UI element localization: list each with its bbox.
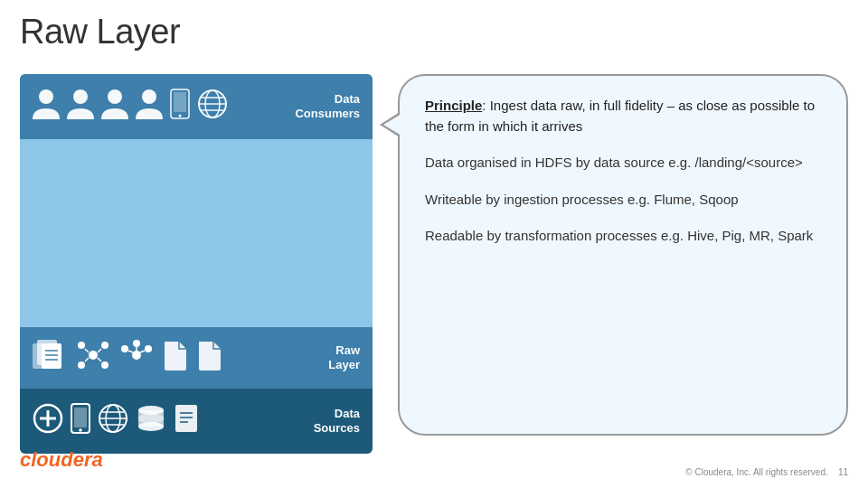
mobile-source-icon <box>71 403 90 440</box>
svg-point-1 <box>73 89 88 104</box>
svg-point-19 <box>78 342 85 349</box>
sources-label: Data Sources <box>314 407 360 435</box>
svg-line-26 <box>98 358 101 361</box>
svg-point-6 <box>179 114 182 117</box>
info-point-2: Writeable by ingestion processes e.g. Fl… <box>425 190 821 211</box>
person-icon-1 <box>33 89 60 126</box>
svg-rect-14 <box>42 343 61 369</box>
svg-point-30 <box>133 340 140 347</box>
mobile-icon <box>170 89 190 126</box>
svg-point-21 <box>78 361 85 369</box>
database-icon <box>136 403 166 440</box>
raw-icons-group <box>33 340 222 376</box>
doc-source-icon <box>174 403 199 440</box>
page-number: 11 <box>838 467 848 477</box>
consumer-icons-group <box>33 89 228 126</box>
svg-point-3 <box>142 89 156 104</box>
svg-point-28 <box>121 345 128 352</box>
network-icon-2 <box>119 340 154 376</box>
globe-source-icon <box>98 403 128 440</box>
svg-line-24 <box>98 349 101 352</box>
svg-point-39 <box>79 428 82 432</box>
data-sources-row: Data Sources <box>20 389 373 454</box>
left-panel: Data Consumers <box>20 74 373 454</box>
raw-layer-row: Raw Layer <box>20 327 373 389</box>
svg-point-2 <box>108 89 122 104</box>
principle-label: Principle <box>425 98 482 113</box>
network-icon <box>76 340 110 376</box>
consumers-row: Data Consumers <box>20 74 373 139</box>
svg-point-29 <box>145 345 152 352</box>
svg-point-27 <box>132 351 141 360</box>
files-icon <box>33 340 67 376</box>
svg-point-18 <box>89 351 98 360</box>
globe-icon <box>197 89 228 126</box>
consumers-label: Data Consumers <box>295 92 360 120</box>
right-panel: Principle: Ingest data raw, in full fide… <box>398 74 848 436</box>
info-point-1: Data organised in HDFS by data source e.… <box>425 153 821 174</box>
middle-area <box>20 139 373 327</box>
svg-rect-49 <box>175 405 197 432</box>
svg-point-22 <box>101 361 108 369</box>
page: Raw Layer <box>0 0 868 488</box>
svg-line-23 <box>85 349 89 352</box>
copyright-text: © Cloudera, Inc. All rights reserved. <box>685 467 827 477</box>
svg-line-25 <box>85 358 89 361</box>
svg-rect-5 <box>174 92 186 112</box>
svg-rect-38 <box>74 408 87 427</box>
principle-colon-text: : Ingest data raw, in full fidelity – as… <box>425 98 815 134</box>
svg-line-32 <box>140 351 145 352</box>
raw-layer-label: Raw Layer <box>328 343 360 371</box>
svg-point-20 <box>101 342 108 349</box>
document-icon-1 <box>163 340 188 376</box>
source-icons-group <box>33 403 199 440</box>
person-icon-4 <box>136 89 163 126</box>
info-point-3: Readable by transformation processes e.g… <box>425 226 821 247</box>
svg-point-48 <box>138 414 164 423</box>
footer: © Cloudera, Inc. All rights reserved. 11 <box>685 467 848 477</box>
svg-point-0 <box>39 89 53 104</box>
cloudera-logo: cloudera <box>20 448 103 472</box>
document-icon-2 <box>197 340 222 376</box>
svg-line-31 <box>128 351 133 352</box>
no-entry-icon <box>33 403 63 440</box>
page-title: Raw Layer <box>20 13 180 52</box>
person-icon-3 <box>101 89 128 126</box>
principle-block: Principle: Ingest data raw, in full fide… <box>425 96 821 136</box>
person-icon-2 <box>67 89 94 126</box>
